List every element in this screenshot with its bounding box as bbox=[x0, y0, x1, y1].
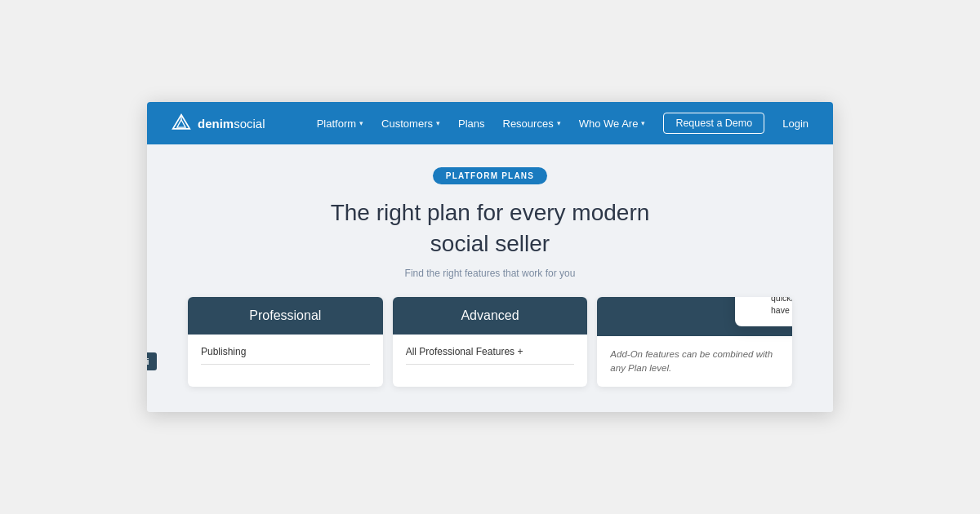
navbar: denimsocial Platform ▾ Customers ▾ Plans… bbox=[147, 102, 833, 144]
plan-header-advanced: Advanced bbox=[393, 297, 588, 335]
feature-divider bbox=[201, 364, 370, 365]
plan-card-addon: Add-On features can be combined with any… bbox=[597, 297, 792, 388]
nav-platform[interactable]: Platform ▾ bbox=[317, 117, 363, 130]
chevron-down-icon: ▾ bbox=[359, 119, 363, 127]
chat-popup: Hi, I'm Capacity. I can help you find in… bbox=[735, 297, 792, 327]
plan-header-professional: Professional bbox=[188, 297, 383, 335]
advanced-subtitle: All Professional Features + bbox=[406, 346, 575, 357]
addon-description: Add-On features can be combined with any… bbox=[610, 348, 779, 376]
chevron-down-icon: ▾ bbox=[641, 119, 645, 127]
chevron-down-icon: ▾ bbox=[436, 119, 440, 127]
platform-plans-badge: PLATFORM PLANS bbox=[433, 167, 547, 184]
nav-resources[interactable]: Resources ▾ bbox=[503, 117, 561, 130]
nav-plans[interactable]: Plans bbox=[458, 117, 485, 130]
plan-card-advanced: Advanced All Professional Features + bbox=[393, 297, 588, 388]
feature-publishing: Publishing bbox=[201, 346, 370, 357]
request-demo-button[interactable]: Request a Demo bbox=[663, 113, 764, 134]
accessibility-tab[interactable]: i bbox=[147, 352, 157, 370]
logo[interactable]: denimsocial bbox=[172, 113, 265, 133]
chat-popup-text: Hi, I'm Capacity. I can help you find in… bbox=[771, 297, 792, 317]
main-content: PLATFORM PLANS The right plan for every … bbox=[147, 144, 833, 412]
hero-subtitle: Find the right features that work for yo… bbox=[405, 268, 576, 279]
nav-who-we-are[interactable]: Who We Are ▾ bbox=[579, 117, 646, 130]
plan-card-professional: Professional Publishing bbox=[188, 297, 383, 388]
login-button[interactable]: Login bbox=[782, 117, 808, 130]
plan-body-advanced: All Professional Features + bbox=[393, 335, 588, 383]
hero-title: The right plan for every modernsocial se… bbox=[331, 197, 650, 259]
logo-icon bbox=[172, 113, 191, 133]
nav-links: Platform ▾ Customers ▾ Plans Resources ▾… bbox=[317, 113, 808, 134]
plans-row: i Professional Publishing Advanced All P… bbox=[188, 297, 792, 388]
browser-window: denimsocial Platform ▾ Customers ▾ Plans… bbox=[147, 102, 833, 412]
plan-body-addon: Add-On features can be combined with any… bbox=[597, 336, 792, 388]
chevron-down-icon: ▾ bbox=[557, 119, 561, 127]
plan-body-professional: Publishing bbox=[188, 335, 383, 383]
feature-divider bbox=[406, 364, 575, 365]
logo-text: denimsocial bbox=[198, 117, 265, 131]
nav-customers[interactable]: Customers ▾ bbox=[381, 117, 440, 130]
